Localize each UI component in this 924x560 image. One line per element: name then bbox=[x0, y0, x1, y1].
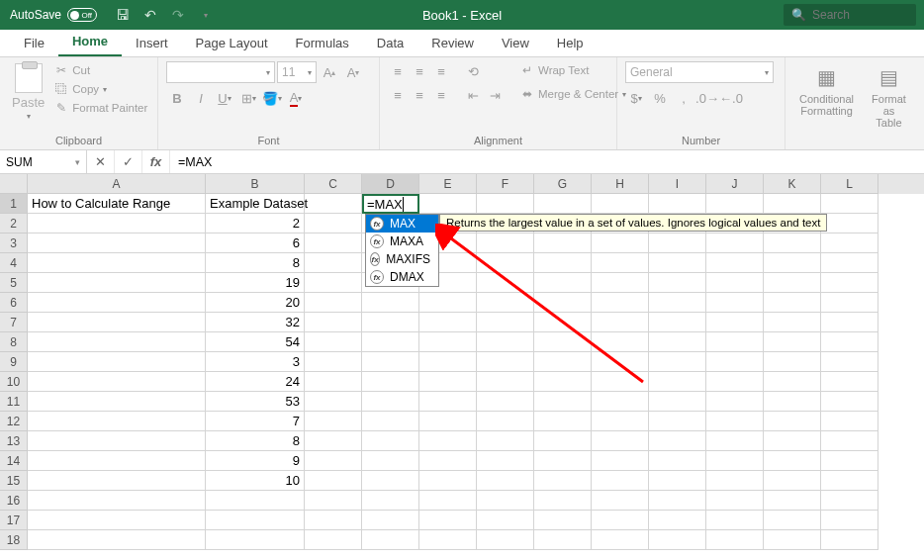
cell-L10[interactable] bbox=[821, 372, 878, 392]
cell-H13[interactable] bbox=[592, 431, 649, 451]
cell-C18[interactable] bbox=[305, 530, 362, 550]
cell-G16[interactable] bbox=[534, 491, 592, 511]
row-header[interactable]: 7 bbox=[0, 313, 28, 332]
cell-J18[interactable] bbox=[706, 530, 764, 550]
cell-L13[interactable] bbox=[821, 431, 878, 451]
copy-button[interactable]: ⿻Copy ▾ bbox=[54, 80, 147, 98]
cell-A7[interactable] bbox=[28, 313, 206, 332]
cell-K8[interactable] bbox=[764, 332, 821, 352]
cell-D15[interactable] bbox=[362, 471, 419, 491]
cell-J16[interactable] bbox=[706, 491, 764, 511]
font-family-select[interactable]: ▾ bbox=[166, 61, 275, 83]
cell-L17[interactable] bbox=[821, 511, 878, 530]
fill-color-button[interactable]: 🪣▾ bbox=[261, 87, 283, 109]
cell-J10[interactable] bbox=[706, 372, 764, 392]
cell-H15[interactable] bbox=[592, 471, 649, 491]
cell-H7[interactable] bbox=[592, 313, 649, 332]
cell-E9[interactable] bbox=[419, 352, 477, 372]
cell-K11[interactable] bbox=[764, 392, 821, 412]
cell-B16[interactable] bbox=[206, 491, 305, 511]
cell-B2[interactable]: 2 bbox=[206, 214, 305, 233]
cell-H8[interactable] bbox=[592, 332, 649, 352]
cell-H14[interactable] bbox=[592, 451, 649, 471]
cell-K3[interactable] bbox=[764, 233, 821, 253]
cell-B4[interactable]: 8 bbox=[206, 253, 305, 273]
cell-D9[interactable] bbox=[362, 352, 419, 372]
cell-C3[interactable] bbox=[305, 233, 362, 253]
font-color-button[interactable]: A▾ bbox=[285, 87, 307, 109]
cell-E8[interactable] bbox=[419, 332, 477, 352]
cell-F13[interactable] bbox=[477, 431, 534, 451]
cell-D13[interactable] bbox=[362, 431, 419, 451]
cell-K17[interactable] bbox=[764, 511, 821, 530]
cell-A9[interactable] bbox=[28, 352, 206, 372]
increase-decimal-icon[interactable]: .0→ bbox=[696, 87, 718, 109]
number-format-select[interactable]: General▾ bbox=[625, 61, 774, 83]
cell-G9[interactable] bbox=[534, 352, 592, 372]
cell-F14[interactable] bbox=[477, 451, 534, 471]
cell-L1[interactable] bbox=[821, 194, 878, 214]
cell-A15[interactable] bbox=[28, 471, 206, 491]
undo-icon[interactable]: ↶ bbox=[142, 7, 158, 23]
cell-L6[interactable] bbox=[821, 293, 878, 313]
cell-I5[interactable] bbox=[649, 273, 706, 293]
cell-J9[interactable] bbox=[706, 352, 764, 372]
cell-A18[interactable] bbox=[28, 530, 206, 550]
cell-E18[interactable] bbox=[419, 530, 477, 550]
tab-review[interactable]: Review bbox=[417, 31, 488, 56]
align-center-icon[interactable]: ≡ bbox=[410, 85, 429, 105]
cell-H5[interactable] bbox=[592, 273, 649, 293]
increase-indent-icon[interactable]: ⇥ bbox=[485, 85, 505, 105]
cell-C11[interactable] bbox=[305, 392, 362, 412]
row-header[interactable]: 17 bbox=[0, 511, 28, 530]
cell-K9[interactable] bbox=[764, 352, 821, 372]
cell-K13[interactable] bbox=[764, 431, 821, 451]
paste-button[interactable]: Paste ▾ bbox=[8, 61, 48, 123]
cell-G10[interactable] bbox=[534, 372, 592, 392]
cell-A5[interactable] bbox=[28, 273, 206, 293]
cell-L9[interactable] bbox=[821, 352, 878, 372]
format-painter-button[interactable]: ✎Format Painter bbox=[54, 99, 147, 117]
cell-G7[interactable] bbox=[534, 313, 592, 332]
cell-E7[interactable] bbox=[419, 313, 477, 332]
cell-H11[interactable] bbox=[592, 392, 649, 412]
col-header-E[interactable]: E bbox=[419, 174, 477, 194]
cell-J15[interactable] bbox=[706, 471, 764, 491]
ac-item-maxa[interactable]: fxMAXA bbox=[366, 233, 438, 250]
cell-C10[interactable] bbox=[305, 372, 362, 392]
cell-J1[interactable] bbox=[706, 194, 764, 214]
cell-A3[interactable] bbox=[28, 233, 206, 253]
cell-H16[interactable] bbox=[592, 491, 649, 511]
cell-A13[interactable] bbox=[28, 431, 206, 451]
cell-C14[interactable] bbox=[305, 451, 362, 471]
currency-icon[interactable]: $▾ bbox=[625, 87, 647, 109]
cell-L7[interactable] bbox=[821, 313, 878, 332]
cell-E15[interactable] bbox=[419, 471, 477, 491]
cell-C17[interactable] bbox=[305, 511, 362, 530]
cell-G8[interactable] bbox=[534, 332, 592, 352]
col-header-A[interactable]: A bbox=[28, 174, 206, 194]
cell-F9[interactable] bbox=[477, 352, 534, 372]
cell-B3[interactable]: 6 bbox=[206, 233, 305, 253]
row-header[interactable]: 14 bbox=[0, 451, 28, 471]
cell-C7[interactable] bbox=[305, 313, 362, 332]
col-header-K[interactable]: K bbox=[764, 174, 821, 194]
cell-I17[interactable] bbox=[649, 511, 706, 530]
row-header[interactable]: 9 bbox=[0, 352, 28, 372]
cell-D6[interactable] bbox=[362, 293, 419, 313]
cell-G5[interactable] bbox=[534, 273, 592, 293]
cell-J7[interactable] bbox=[706, 313, 764, 332]
tab-file[interactable]: File bbox=[10, 31, 58, 56]
align-top-icon[interactable]: ≡ bbox=[388, 61, 408, 81]
cell-H18[interactable] bbox=[592, 530, 649, 550]
col-header-F[interactable]: F bbox=[477, 174, 534, 194]
align-middle-icon[interactable]: ≡ bbox=[410, 61, 429, 81]
cell-A1[interactable]: How to Calculate Range bbox=[28, 194, 206, 214]
row-header[interactable]: 13 bbox=[0, 431, 28, 451]
cell-J13[interactable] bbox=[706, 431, 764, 451]
row-header[interactable]: 15 bbox=[0, 471, 28, 491]
col-header-I[interactable]: I bbox=[649, 174, 706, 194]
ac-item-dmax[interactable]: fxDMAX bbox=[366, 268, 438, 286]
cell-L5[interactable] bbox=[821, 273, 878, 293]
formula-autocomplete[interactable]: fxMAX fxMAXA fxMAXIFS fxDMAX bbox=[365, 214, 439, 287]
